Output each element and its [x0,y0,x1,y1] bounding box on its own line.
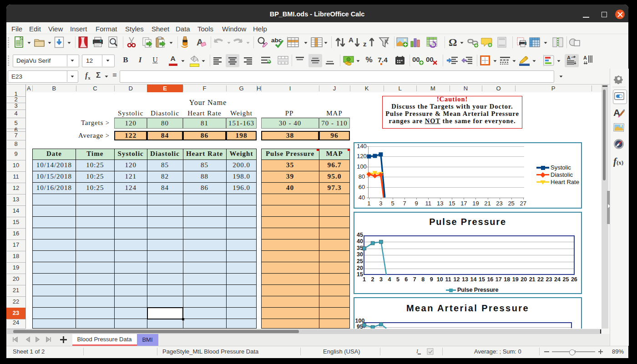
svg-text:A: A [349,36,354,44]
svg-text:00: 00 [412,55,420,63]
svg-text:00: 00 [426,55,434,63]
svg-text:Ω: Ω [449,37,457,48]
svg-text:z: z [363,40,367,48]
svg-text:A: A [583,55,587,60]
svg-text:A: A [567,55,571,60]
